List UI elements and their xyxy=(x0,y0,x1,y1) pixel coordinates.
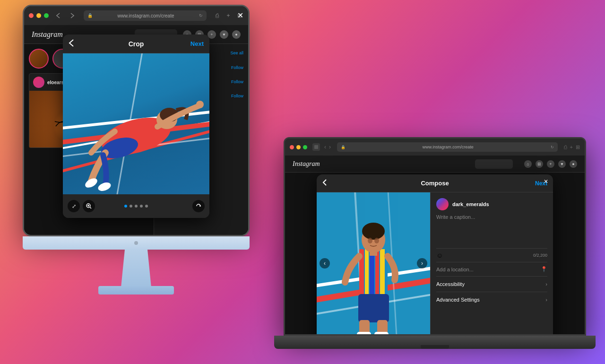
laptop-heart-icon[interactable]: ♥ xyxy=(558,160,566,168)
compose-prev-button[interactable]: ‹ xyxy=(320,258,330,269)
emoji-icon[interactable]: ☺ xyxy=(436,251,443,259)
follow-button[interactable]: Follow xyxy=(231,65,243,70)
image-dots xyxy=(124,205,148,208)
compose-next-button[interactable]: › xyxy=(417,258,427,269)
location-input[interactable]: Add a location... xyxy=(436,267,474,272)
footer-left-icons: ⤢ xyxy=(68,200,95,212)
laptop-nav-buttons: ‹ › xyxy=(324,144,331,150)
laptop-tab-icon[interactable] xyxy=(312,143,320,151)
browser-chrome: 🔒 www.instagram.com/create ↻ ⎙ + ⊞ xyxy=(24,6,248,25)
close-dot[interactable] xyxy=(29,13,34,18)
laptop-search-bar[interactable] xyxy=(475,159,513,169)
modal-header: Crop Next xyxy=(63,35,209,53)
advanced-settings-row[interactable]: Advanced Settings › xyxy=(436,292,547,307)
laptop-add-icon[interactable]: + xyxy=(570,144,573,150)
crop-image-area[interactable] xyxy=(63,53,209,194)
laptop-share-icon[interactable]: ⎙ xyxy=(564,144,567,150)
back-button[interactable] xyxy=(53,11,63,20)
laptop-filter-icon[interactable]: ⊞ xyxy=(536,160,543,168)
dot-2[interactable] xyxy=(130,205,132,208)
dot-5[interactable] xyxy=(145,205,148,208)
svg-rect-25 xyxy=(370,249,374,296)
profile-icon[interactable]: ● xyxy=(232,30,241,39)
compose-modal: Compose Next xyxy=(317,174,553,334)
laptop-back-btn[interactable]: ‹ xyxy=(324,144,326,150)
crop-modal: Crop Next xyxy=(63,35,209,218)
advanced-settings-chevron: › xyxy=(545,297,547,303)
svg-rect-33 xyxy=(358,294,389,322)
laptop-toolbar-icons: ⎙ + ⊞ xyxy=(564,144,580,150)
maximize-dot[interactable] xyxy=(44,13,49,18)
compose-back-button[interactable] xyxy=(322,179,327,188)
accessibility-chevron: › xyxy=(545,281,547,287)
char-count: 0/2,200 xyxy=(533,253,547,258)
compose-body: ‹ › dark_emeralds Write a caption... ☺ 0… xyxy=(317,192,553,334)
compose-emoji-row: ☺ 0/2,200 xyxy=(436,248,547,262)
imac-device: 🔒 www.instagram.com/create ↻ ⎙ + ⊞ Insta… xyxy=(13,5,259,336)
story-item[interactable] xyxy=(29,49,49,69)
url-text: www.instagram.com/create xyxy=(95,13,197,18)
laptop-bottom xyxy=(274,336,596,349)
see-all-link[interactable]: See all xyxy=(230,51,243,55)
dot-1[interactable] xyxy=(124,205,127,208)
laptop-forward-btn[interactable]: › xyxy=(329,144,331,150)
laptop-minimize-dot[interactable] xyxy=(296,145,301,149)
compose-username: dark_emeralds xyxy=(452,201,489,207)
zoom-icon[interactable] xyxy=(83,200,95,212)
share-icon[interactable]: ⎙ xyxy=(213,12,221,19)
laptop-ig-header: Instagram ⌂ ⊞ + ♥ ● xyxy=(285,156,585,173)
advanced-settings-label: Advanced Settings xyxy=(436,297,480,303)
imac-chin xyxy=(23,236,250,250)
dot-4[interactable] xyxy=(140,205,143,208)
laptop-profile-icon[interactable]: ● xyxy=(570,160,577,168)
laptop-grid-icon[interactable]: ⊞ xyxy=(576,144,580,150)
laptop-browser-chrome: ‹ › 🔒 www.instagram.com/create ↻ ⎙ + ⊞ xyxy=(285,139,585,156)
svg-point-30 xyxy=(368,238,372,243)
modal-footer: ⤢ xyxy=(63,194,209,218)
dot-3[interactable] xyxy=(135,205,138,208)
laptop-nav-icons: ⌂ ⊞ + ♥ ● xyxy=(524,160,577,168)
laptop-notch xyxy=(421,345,449,349)
compose-caption-panel: dark_emeralds Write a caption... ☺ 0/2,2… xyxy=(430,192,553,334)
rotate-icon[interactable] xyxy=(192,200,205,212)
compose-close-button[interactable]: ✕ xyxy=(544,178,548,185)
compose-image-panel: ‹ › xyxy=(317,192,430,334)
post-username: eloears xyxy=(47,80,64,85)
follow-button[interactable]: Follow xyxy=(231,79,243,84)
laptop-device: ‹ › 🔒 www.instagram.com/create ↻ ⎙ + ⊞ I… xyxy=(274,137,596,364)
svg-rect-32 xyxy=(370,250,377,256)
post-avatar xyxy=(33,77,44,88)
modal-next-button[interactable]: Next xyxy=(190,40,204,47)
address-bar[interactable]: 🔒 www.instagram.com/create ↻ xyxy=(84,10,207,21)
modal-title: Crop xyxy=(129,40,144,48)
expand-icon[interactable]: ⤢ xyxy=(68,200,80,212)
svg-line-12 xyxy=(90,207,91,208)
compose-location-row: Add a location... 📍 xyxy=(436,262,547,276)
laptop-maximize-dot[interactable] xyxy=(303,145,307,149)
svg-rect-26 xyxy=(375,249,379,296)
new-tab-icon[interactable]: + xyxy=(225,12,232,19)
heart-icon[interactable]: ♥ xyxy=(220,30,228,39)
laptop-url-text: www.instagram.com/create xyxy=(346,145,551,149)
laptop-ig-page: Instagram ⌂ ⊞ + ♥ ● Compose xyxy=(285,156,585,334)
modal-close-button[interactable]: ✕ xyxy=(237,11,243,20)
laptop-create-icon[interactable]: + xyxy=(547,160,554,168)
svg-point-29 xyxy=(362,223,385,240)
laptop-address-bar[interactable]: 🔒 www.instagram.com/create ↻ xyxy=(337,142,558,152)
compose-title: Compose xyxy=(421,180,449,187)
forward-button[interactable] xyxy=(68,11,77,20)
caption-input[interactable]: Write a caption... xyxy=(436,214,547,243)
modal-back-button[interactable] xyxy=(69,39,74,49)
laptop-instagram-logo: Instagram xyxy=(293,160,469,168)
minimize-dot[interactable] xyxy=(36,13,41,18)
laptop-screen: ‹ › 🔒 www.instagram.com/create ↻ ⎙ + ⊞ I… xyxy=(284,137,586,336)
accessibility-row[interactable]: Accessibility › xyxy=(436,276,547,292)
svg-rect-27 xyxy=(380,249,385,296)
follow-button[interactable]: Follow xyxy=(231,94,243,98)
compose-user-row: dark_emeralds xyxy=(436,198,547,210)
svg-rect-15 xyxy=(314,145,318,149)
laptop-home-icon[interactable]: ⌂ xyxy=(524,160,532,168)
imac-screen: 🔒 www.instagram.com/create ↻ ⎙ + ⊞ Insta… xyxy=(23,5,250,236)
accessibility-label: Accessibility xyxy=(436,281,465,287)
laptop-close-dot[interactable] xyxy=(290,145,294,149)
